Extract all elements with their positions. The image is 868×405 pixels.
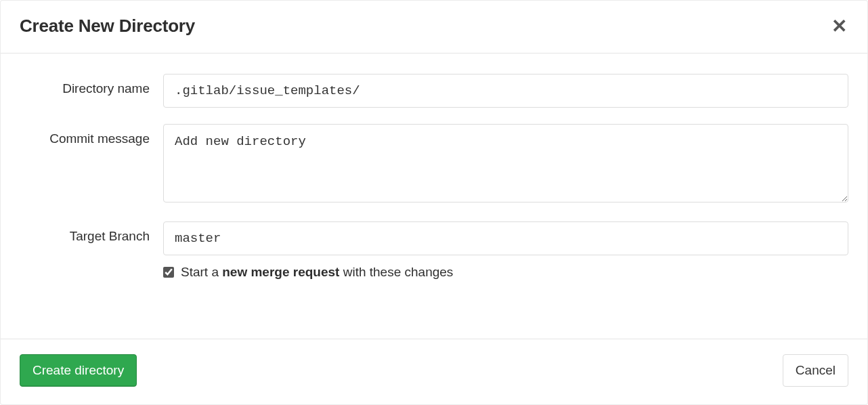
create-directory-modal: Create New Directory ✕ Directory name Co… [0, 0, 868, 405]
modal-header: Create New Directory ✕ [1, 1, 867, 54]
directory-name-wrap [163, 74, 848, 108]
merge-request-prefix: Start a [181, 265, 222, 279]
cancel-button[interactable]: Cancel [783, 354, 848, 387]
create-directory-button[interactable]: Create directory [20, 354, 137, 387]
commit-message-label: Commit message [20, 124, 163, 148]
close-icon[interactable]: ✕ [830, 17, 848, 36]
target-branch-input[interactable] [163, 221, 848, 255]
modal-footer: Create directory Cancel [1, 339, 867, 404]
merge-request-row: Start a new merge request with these cha… [163, 265, 848, 280]
commit-message-wrap [163, 124, 848, 205]
directory-name-row: Directory name [20, 74, 848, 108]
merge-request-bold: new merge request [222, 265, 339, 279]
target-branch-wrap: Start a new merge request with these cha… [163, 221, 848, 280]
merge-request-checkbox[interactable] [163, 267, 174, 278]
directory-name-label: Directory name [20, 74, 163, 98]
directory-name-input[interactable] [163, 74, 848, 108]
target-branch-label: Target Branch [20, 221, 163, 245]
commit-message-row: Commit message [20, 124, 848, 205]
merge-request-label: Start a new merge request with these cha… [181, 265, 453, 280]
merge-request-suffix: with these changes [339, 265, 453, 279]
target-branch-row: Target Branch Start a new merge request … [20, 221, 848, 280]
commit-message-textarea[interactable] [163, 124, 848, 202]
modal-body: Directory name Commit message Target Bra… [1, 54, 867, 339]
modal-title: Create New Directory [20, 16, 195, 37]
